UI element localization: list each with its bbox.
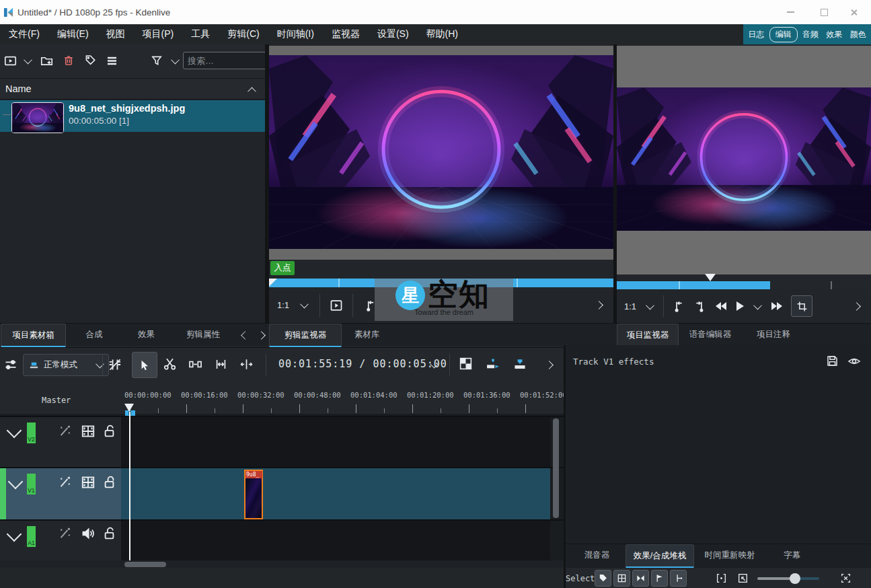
zoom-full-icon[interactable] [840,573,851,584]
show-video-icon[interactable] [81,424,96,439]
track-a1-lane[interactable] [121,521,550,560]
filter-icon[interactable] [151,54,163,67]
track-tag[interactable]: V2 [27,422,36,443]
tab-scroll-right-icon[interactable] [257,331,266,340]
timeline-ruler[interactable]: Master 00:00:00:00 00:00:16:00 00:00:32:… [0,381,564,414]
close-button[interactable] [838,0,869,24]
track-tag[interactable]: V1 [27,474,36,494]
show-markers-button[interactable] [595,570,611,587]
show-effects-icon[interactable] [847,355,861,368]
tab-time-remap[interactable]: 时间重新映射 [693,544,767,566]
timeline-vscroll-handle[interactable] [553,418,559,518]
timeline-hscroll-handle[interactable] [124,562,166,567]
spacer-tool-icon[interactable] [188,357,202,371]
timeline-hscroll-track[interactable] [0,560,564,568]
playhead-line[interactable] [129,412,130,560]
delete-icon[interactable] [63,54,75,67]
set-in-point-icon[interactable] [671,299,685,313]
tab-clip-monitor[interactable]: 剪辑监视器 [269,324,342,348]
menu-settings[interactable]: 设置(S) [369,24,418,44]
track-effects-icon[interactable] [58,526,72,540]
menu-timeline[interactable]: 时间轴(I) [268,24,323,44]
tab-scroll-left-icon[interactable] [241,331,250,340]
show-video-icon[interactable] [81,475,96,490]
play-dropdown-icon[interactable] [753,301,762,309]
track-v1-header[interactable]: V1 [6,468,121,521]
overwrite-zone-icon[interactable] [513,357,527,371]
set-out-point-icon[interactable] [693,299,707,313]
track-v2-lane[interactable] [121,417,550,468]
zoom-level-label[interactable]: 1:1 [277,300,289,310]
collapse-track-icon[interactable] [8,474,24,490]
timeline-timecode[interactable]: 00:01:55:19 / 00:00:05:00 [278,358,447,370]
track-effects-icon[interactable] [58,475,72,489]
menu-file[interactable]: 文件(F) [0,24,48,44]
show-mixes-button[interactable] [632,570,649,587]
filter-dropdown-icon[interactable] [171,55,180,64]
tab-effect-stack[interactable]: 效果/合成堆栈 [626,544,694,568]
zone-mode-button[interactable] [791,295,812,317]
workspace-tab-logging[interactable]: 日志 [745,28,767,42]
add-clip-dropdown-icon[interactable] [24,55,32,64]
show-zone-button[interactable] [651,570,668,587]
collapse-track-icon[interactable] [7,423,22,439]
menu-view[interactable]: 视图 [98,24,134,44]
insert-zone-icon[interactable] [486,357,500,371]
toolbar-overflow-icon[interactable] [595,301,603,309]
tab-subtitles[interactable]: 字幕 [767,544,817,566]
razor-tool-icon[interactable] [163,357,177,371]
search-input[interactable] [183,52,267,69]
project-monitor-image[interactable] [617,87,871,231]
menu-clip[interactable]: 剪辑(C) [219,24,268,44]
monitor-overlay-icon[interactable] [330,299,343,312]
zoom-dropdown-icon[interactable] [300,300,309,309]
tag-icon[interactable] [84,54,96,67]
workspace-tab-color[interactable]: 颜色 [847,28,869,42]
tab-effects[interactable]: 效果 [123,324,169,345]
show-video-thumbnails-button[interactable] [613,570,630,587]
clip-monitor-image[interactable] [269,55,613,249]
fast-forward-icon[interactable] [771,302,782,310]
maximize-button[interactable] [808,0,839,24]
zone-start-marker[interactable] [269,279,277,287]
menu-edit[interactable]: 编辑(E) [48,24,98,44]
tab-project-monitor[interactable]: 项目监视器 [617,324,679,348]
bin-menu-icon[interactable] [106,54,118,67]
tab-clip-properties[interactable]: 剪辑属性 [169,324,237,345]
workspace-tab-editing[interactable]: 编辑 [769,27,798,42]
track-a1-header[interactable]: A1 [0,521,121,560]
collapse-track-icon[interactable] [7,527,22,542]
mute-track-icon[interactable] [81,526,96,541]
bin-clip-row[interactable]: 9u8_net_shigjxedpsh.jpg 00:00:05:00 [1] [0,100,265,132]
minimize-button[interactable] [775,0,806,24]
lock-track-icon[interactable] [102,424,116,438]
tab-speech-editor[interactable]: 语音编辑器 [677,324,743,345]
track-effects-icon[interactable] [58,424,72,438]
fit-zoom-icon[interactable] [214,357,228,371]
track-tag[interactable]: A1 [27,526,36,547]
tab-project-bin[interactable]: 项目素材箱 [1,324,66,348]
track-v1-lane[interactable]: 9u8_ [121,468,550,521]
tab-library[interactable]: 素材库 [340,324,393,345]
zoom-level-label[interactable]: 1:1 [624,301,636,311]
zoom-out-icon[interactable] [737,573,749,584]
menu-project[interactable]: 项目(P) [134,24,183,44]
workspace-tab-audio[interactable]: 音频 [800,28,821,42]
snap-toggle-button[interactable] [670,570,687,587]
project-monitor-seekbar[interactable] [617,281,871,289]
master-track-button[interactable]: Master [42,396,71,405]
track-v2-header[interactable]: V2 [0,417,121,468]
playhead-marker[interactable] [124,404,134,412]
tab-project-notes[interactable]: 项目注释 [743,324,804,345]
tab-compositions[interactable]: 合成 [65,324,123,345]
workspace-tab-effects[interactable]: 效果 [823,28,845,42]
zoom-dropdown-icon[interactable] [646,301,654,309]
menu-tools[interactable]: 工具 [182,24,219,44]
zoom-slider-handle[interactable] [790,573,800,584]
rewind-icon[interactable] [716,302,726,310]
zoom-fit-timeline-icon[interactable] [716,573,727,584]
add-clip-icon[interactable] [4,54,17,67]
bin-name-column-header[interactable]: Name [0,78,265,100]
create-folder-icon[interactable] [40,54,53,67]
lock-track-icon[interactable] [102,475,116,489]
